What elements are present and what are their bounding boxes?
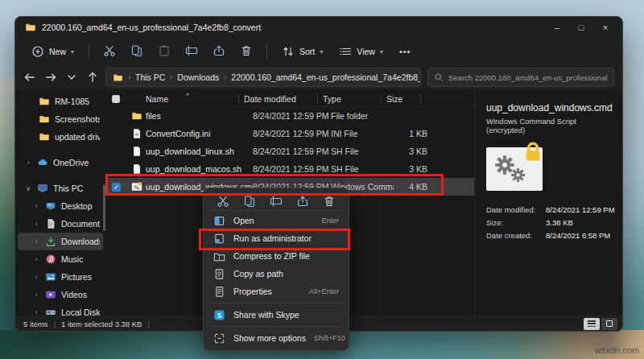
folder-icon (39, 96, 50, 107)
menu-item-open[interactable]: OpenEnter (207, 212, 345, 229)
sidebar-item-label: Local Disk (C:) (61, 307, 100, 317)
chevron-right-icon[interactable]: › (24, 159, 32, 167)
doc-icon (131, 163, 142, 175)
address-bar: ›This PC›Downloads›22000.160_amd64_en-us… (15, 65, 622, 89)
videos-icon (45, 289, 56, 300)
copy-button[interactable] (125, 41, 149, 62)
sidebar-item-videos[interactable]: ›Videos (18, 286, 103, 303)
cut-button[interactable] (97, 41, 122, 62)
menu-item-compress-to-zip-file[interactable]: Compress to ZIP file (207, 247, 345, 265)
menu-item-label: Show more options (233, 333, 306, 343)
recent-locations-button[interactable] (65, 71, 78, 84)
menu-item-label: Share with Skype (233, 310, 339, 320)
paste-button[interactable] (152, 41, 176, 62)
column-header-size[interactable]: Size (382, 94, 420, 104)
select-all-checkbox[interactable] (112, 95, 120, 103)
breadcrumb[interactable]: ›This PC›Downloads›22000.160_amd64_en-us… (105, 68, 421, 87)
sidebar-item-label: Desktop (61, 201, 93, 211)
title-bar[interactable]: 22000.160_amd64_en-us_professional_7a4e2… (15, 17, 622, 38)
menu-item-show-more-options[interactable]: Show more optionsShift+F10 (207, 329, 345, 347)
detail-label: Date modified: (486, 205, 546, 214)
menu-item-run-as-administrator[interactable]: Run as administrator (207, 229, 345, 247)
menu-item-label: Copy as path (233, 269, 339, 279)
share-button[interactable] (207, 41, 231, 62)
up-button[interactable] (86, 71, 99, 84)
delete-button[interactable] (234, 41, 258, 62)
breadcrumb-item[interactable]: Downloads (177, 72, 219, 82)
menu-separator (208, 326, 344, 327)
more-options-button[interactable]: ••• (393, 47, 418, 56)
menu-item-share-with-skype[interactable]: SShare with Skype (207, 306, 345, 324)
sort-button[interactable]: Sort ▾ (275, 41, 329, 62)
sidebar-item-updated-drivers[interactable]: updated drivers (18, 128, 103, 146)
search-input[interactable] (448, 73, 608, 82)
column-headers: Name ^ Date modified Type Size (105, 91, 474, 107)
file-size: 3 KB (394, 164, 432, 174)
sidebar-item-label: Downloads (61, 237, 100, 246)
properties-icon (213, 286, 225, 298)
breadcrumb-item[interactable]: 22000.160_amd64_en-us_professional_7a4e2… (231, 72, 421, 82)
menu-item-properties[interactable]: PropertiesAlt+Enter (207, 283, 345, 300)
command-bar: New ▾ Sort ▾ View ▾ ••• (15, 38, 622, 65)
chevron-right-icon[interactable]: › (32, 237, 40, 246)
file-row-uup-download-linux-sh[interactable]: uup_download_linux.sh8/24/2021 12:59 PMS… (105, 142, 474, 160)
column-header-date[interactable]: Date modified (239, 94, 317, 104)
new-button[interactable]: New ▾ (25, 41, 80, 62)
minimize-button[interactable]: – (545, 19, 569, 36)
sidebar-item-local-disk-c-[interactable]: ›Local Disk (C:) (18, 303, 103, 321)
large-icons-view-button[interactable] (601, 318, 617, 330)
chevron-right-icon[interactable]: › (32, 273, 40, 281)
menu-item-copy-as-path[interactable]: Copy as path (207, 265, 345, 283)
chevron-right-icon[interactable]: › (32, 220, 40, 228)
chevron-down-icon[interactable]: ∨ (24, 184, 32, 192)
preview-detail-row: Date created:8/24/2021 6:58 PM (486, 231, 613, 240)
file-size: 4 KB (394, 182, 432, 192)
row-checkbox[interactable]: ✓ (112, 183, 121, 192)
detail-value: 3.38 KB (546, 218, 573, 227)
copy-icon[interactable] (243, 195, 256, 208)
breadcrumb-item[interactable]: This PC (135, 72, 165, 82)
back-button[interactable] (23, 71, 36, 84)
sidebar-item-music[interactable]: ›Music (18, 250, 103, 268)
sidebar-scrollbar[interactable] (103, 184, 105, 231)
column-header-name[interactable]: Name (146, 94, 238, 104)
delete-icon[interactable] (323, 195, 336, 208)
file-row-convertconfig-ini[interactable]: ConvertConfig.ini8/24/2021 12:59 PMINI F… (105, 125, 474, 142)
chevron-right-icon[interactable]: › (32, 291, 40, 299)
details-view-button[interactable] (584, 318, 600, 330)
maximize-button[interactable]: □ (569, 19, 593, 36)
file-row-files[interactable]: files8/24/2021 12:59 PMFile folder (105, 107, 474, 125)
menu-shortcut: Alt+Enter (309, 287, 339, 295)
sidebar-item-pictures[interactable]: ›Pictures (18, 268, 103, 286)
plus-circle-icon (31, 45, 44, 58)
wallpaper-landscape (0, 79, 16, 332)
forward-button[interactable] (44, 71, 57, 84)
share-icon[interactable] (296, 195, 309, 208)
sidebar-item-desktop[interactable]: ›Desktop (18, 197, 103, 215)
sidebar-item-downloads[interactable]: ›Downloads (18, 233, 103, 250)
rename-icon[interactable] (270, 195, 283, 208)
sidebar-item-label: RM-1085 (55, 97, 89, 106)
column-header-type[interactable]: Type (318, 94, 381, 104)
sidebar-item-this-pc[interactable]: ∨This PC (18, 180, 103, 197)
sidebar-item-onedrive[interactable]: ›OneDrive (18, 154, 103, 171)
view-button[interactable]: View ▾ (332, 41, 390, 62)
sidebar-item-label: Videos (61, 290, 87, 299)
rename-button[interactable] (180, 41, 204, 62)
chevron-right-icon[interactable]: › (32, 202, 40, 210)
menu-separator (208, 303, 344, 303)
skype-icon: S (213, 309, 225, 321)
search-box[interactable] (427, 68, 614, 87)
close-button[interactable]: × (593, 19, 617, 36)
sidebar-item-rm-1085[interactable]: RM-1085 (18, 93, 103, 110)
sidebar-item-screenshots[interactable]: Screenshots (18, 110, 103, 128)
chevron-right-icon[interactable]: › (32, 255, 40, 263)
desktop: wsxdn.com 22000.160_amd64_en-us_professi… (0, 0, 644, 359)
context-menu: OpenEnterRun as administratorCompress to… (203, 188, 349, 351)
chevron-right-icon[interactable]: › (32, 308, 40, 316)
sidebar-item-documents[interactable]: ›Documents (18, 215, 103, 233)
folder-icon (131, 110, 142, 122)
file-row-uup-download-macos-sh[interactable]: uup_download_macos.sh8/24/2021 12:59 PMS… (105, 160, 474, 178)
breadcrumb-separator: › (224, 73, 226, 81)
cut-icon[interactable] (217, 195, 229, 208)
